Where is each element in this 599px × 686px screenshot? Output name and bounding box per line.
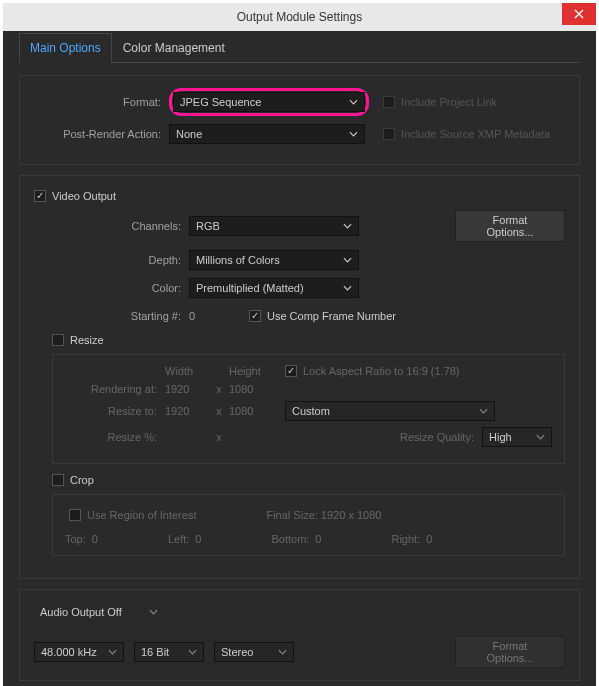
video-output-panel: Video Output Channels: RGB Format Option… [19,175,580,579]
audio-channels-value: Stereo [221,646,253,658]
audio-output-dropdown[interactable]: Audio Output Off [34,602,164,622]
resize-label: Resize [70,334,104,346]
resize-pct-label: Resize %: [65,431,165,443]
channels-dropdown[interactable]: RGB [189,216,359,236]
dialog-body: Main Options Color Management Format: JP… [3,31,596,686]
color-dropdown[interactable]: Premultiplied (Matted) [189,278,359,298]
post-render-value: None [176,128,202,140]
format-panel: Format: JPEG Sequence Include Project Li… [19,75,580,165]
format-dropdown[interactable]: JPEG Sequence [173,92,365,112]
post-render-label: Post-Render Action: [34,128,169,140]
format-label: Format: [34,96,169,108]
chevron-down-icon [479,408,488,414]
audio-bits-value: 16 Bit [141,646,169,658]
format-highlight: JPEG Sequence [169,88,369,116]
render-height: 1080 [229,383,273,395]
resize-quality-value: High [489,431,512,443]
width-header: Width [165,365,209,377]
chevron-down-icon [108,649,117,655]
starting-label: Starting #: [34,310,189,322]
audio-rate-value: 48.000 kHz [41,646,97,658]
chevron-down-icon [343,285,352,291]
chevron-down-icon [349,99,358,105]
audio-rate-dropdown[interactable]: 48.000 kHz [34,642,124,662]
channels-label: Channels: [34,220,189,232]
resize-to-label: Resize to: [65,405,165,417]
include-xmp-label: Include Source XMP Metadata [401,128,550,140]
tab-main-options[interactable]: Main Options [19,33,112,63]
crop-left-value[interactable]: 0 [195,533,201,545]
chevron-down-icon [349,131,358,137]
crop-bottom-value[interactable]: 0 [315,533,321,545]
chevron-down-icon [278,649,287,655]
height-header: Height [229,365,273,377]
video-format-options-button[interactable]: Format Options... [455,210,565,242]
chevron-down-icon [536,434,545,440]
depth-dropdown[interactable]: Millions of Colors [189,250,359,270]
starting-value[interactable]: 0 [189,310,219,322]
use-comp-checkbox[interactable] [249,310,261,322]
resize-quality-dropdown[interactable]: High [482,427,552,447]
channels-value: RGB [196,220,220,232]
chevron-down-icon [343,257,352,263]
tab-color-management[interactable]: Color Management [112,33,236,62]
roi-label: Use Region of Interest [87,509,196,521]
crop-bottom-label: Bottom: [271,533,309,545]
lock-aspect-label: Lock Aspect Ratio to 16:9 (1.78) [303,365,460,377]
resize-height[interactable]: 1080 [229,405,273,417]
audio-format-options-button[interactable]: Format Options... [455,636,565,668]
lock-aspect-checkbox[interactable] [285,365,297,377]
use-comp-label: Use Comp Frame Number [267,310,396,322]
resize-preset-dropdown[interactable]: Custom [285,401,495,421]
include-xmp-checkbox [383,128,395,140]
depth-label: Depth: [34,254,189,266]
chevron-down-icon [149,609,158,615]
chevron-down-icon [188,649,197,655]
tabs: Main Options Color Management [19,31,580,63]
titlebar: Output Module Settings [3,3,596,31]
final-size-label: Final Size: 1920 x 1080 [266,509,381,521]
include-link-checkbox [383,96,395,108]
crop-label: Crop [70,474,94,486]
depth-value: Millions of Colors [196,254,280,266]
window: Output Module Settings Main Options Colo… [0,0,599,686]
video-output-label: Video Output [52,190,116,202]
crop-top-label: Top: [65,533,86,545]
crop-left-label: Left: [168,533,189,545]
video-output-checkbox[interactable] [34,190,46,202]
audio-output-value: Audio Output Off [40,606,122,618]
post-render-dropdown[interactable]: None [169,124,365,144]
color-label: Color: [34,282,189,294]
crop-checkbox[interactable] [52,474,64,486]
window-title: Output Module Settings [237,10,362,24]
close-icon [574,9,584,19]
crop-panel: Use Region of Interest Final Size: 1920 … [52,494,565,556]
audio-panel: Audio Output Off 48.000 kHz 16 Bit Stere… [19,589,580,681]
audio-channels-dropdown[interactable]: Stereo [214,642,294,662]
resize-preset-value: Custom [292,405,330,417]
crop-right-value[interactable]: 0 [426,533,432,545]
include-link-label: Include Project Link [401,96,497,108]
rendering-at-label: Rendering at: [65,383,165,395]
dialog: Output Module Settings Main Options Colo… [3,3,596,683]
chevron-down-icon [343,223,352,229]
render-width: 1920 [165,383,209,395]
roi-checkbox[interactable] [69,509,81,521]
resize-width[interactable]: 1920 [165,405,209,417]
resize-panel: Width Height Lock Aspect Ratio to 16:9 (… [52,354,565,464]
resize-quality-label: Resize Quality: [400,431,474,443]
crop-right-label: Right: [391,533,420,545]
resize-checkbox[interactable] [52,334,64,346]
audio-bits-dropdown[interactable]: 16 Bit [134,642,204,662]
format-value: JPEG Sequence [180,96,261,108]
close-button[interactable] [562,3,596,25]
crop-top-value[interactable]: 0 [92,533,98,545]
color-value: Premultiplied (Matted) [196,282,304,294]
